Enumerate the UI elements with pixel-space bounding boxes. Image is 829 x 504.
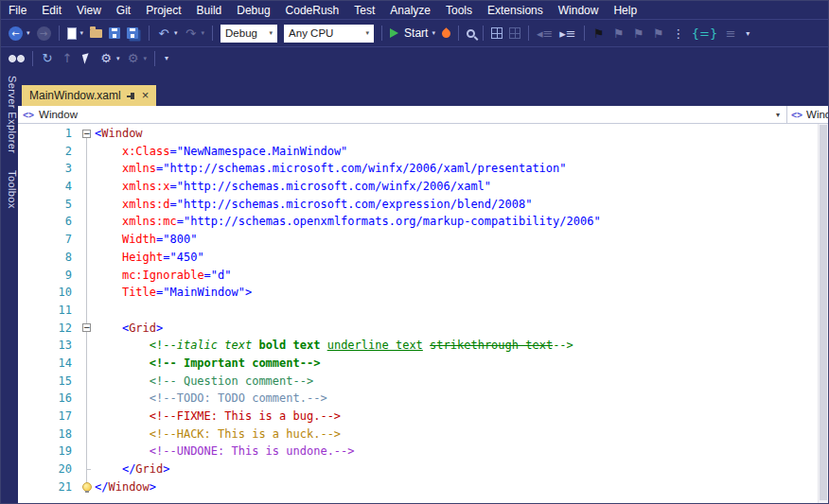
member-dropdown[interactable]: <> Window <box>786 106 828 123</box>
code-line-10[interactable]: 10 Title="MainWindow"> <box>18 284 828 302</box>
coderush-settings-button[interactable]: ⚙▾ <box>97 49 123 67</box>
save-icon <box>109 27 120 39</box>
code-line-9[interactable]: 9 mc:Ignorable="d" <box>18 267 828 285</box>
solution-platform-combo[interactable]: Any CPU▾ <box>284 25 374 43</box>
menu-extensions[interactable]: Extensions <box>480 1 551 19</box>
chevron-down-icon[interactable]: ▾ <box>769 111 786 119</box>
code-line-21[interactable]: 21</Window> <box>18 478 828 496</box>
coderush-toolbar-options-button[interactable]: ▾ <box>160 49 173 67</box>
save-all-button[interactable] <box>124 26 144 41</box>
coderush-toolbar-options-icon: ▾ <box>163 51 170 65</box>
side-tab-server-explorer[interactable]: Server Explorer <box>1 74 18 153</box>
code-line-14[interactable]: 14 <!-- Important comment--> <box>18 355 828 373</box>
code-editor[interactable]: 1−<Window2 x:Class="NewNamespace.MainWin… <box>18 124 828 503</box>
navigate-up-button[interactable]: ↑ <box>58 49 77 67</box>
menu-help[interactable]: Help <box>606 1 644 19</box>
code-line-17[interactable]: 17 <!--FIXME: This is a bug.--> <box>18 408 828 426</box>
code-line-20[interactable]: 20 </Grid> <box>18 461 828 478</box>
menu-window[interactable]: Window <box>551 1 607 19</box>
cursor-mode-button[interactable] <box>78 52 96 65</box>
menu-analyze[interactable]: Analyze <box>382 1 438 19</box>
live-preview-icon <box>467 29 475 38</box>
navigate-backward-button[interactable]: ←▾ <box>6 25 33 43</box>
close-icon[interactable]: × <box>142 90 150 101</box>
menu-project[interactable]: Project <box>138 1 188 19</box>
code-line-11[interactable]: 11 <box>18 302 828 320</box>
scrollbar-thumb[interactable] <box>820 125 827 500</box>
code-line-15[interactable]: 15 <!-- Question comment--> <box>18 373 828 391</box>
tab-mainwindow-xaml[interactable]: MainWindow.xaml × <box>22 85 156 106</box>
coderush-visualize-button[interactable] <box>6 53 27 64</box>
increase-indent-button[interactable]: ▸≡ <box>556 25 578 43</box>
code-line-5[interactable]: 5 xmlns:d="http://schemas.microsoft.com/… <box>18 196 828 214</box>
solution-explorer-button[interactable] <box>488 26 505 41</box>
tab-label: MainWindow.xaml <box>29 89 121 102</box>
undo-button[interactable]: ↶▾ <box>154 25 181 43</box>
refresh-button[interactable]: ↻ <box>38 49 57 67</box>
collapse-icon[interactable]: − <box>82 323 91 332</box>
vertical-scrollbar[interactable] <box>818 124 828 503</box>
navigate-forward-button[interactable]: → <box>34 25 54 43</box>
menu-test[interactable]: Test <box>346 1 382 19</box>
code-line-19[interactable]: 19 <!--UNDONE: This is undone.--> <box>18 443 828 461</box>
format-document-button[interactable]: {=} <box>689 25 720 43</box>
pin-icon[interactable] <box>127 91 136 100</box>
standard-toolbar-options-button[interactable]: ▾ <box>741 25 754 43</box>
save-button[interactable] <box>106 26 123 41</box>
code-line-8[interactable]: 8 Height="450" <box>18 249 828 267</box>
outlining-margin <box>79 178 95 196</box>
code-text: <!--HACK: This is a huck.--> <box>95 426 341 443</box>
code-line-3[interactable]: 3 xmlns="http://schemas.microsoft.com/wi… <box>18 160 828 178</box>
code-line-1[interactable]: 1−<Window <box>18 125 828 143</box>
solution-explorer-icon <box>491 27 503 39</box>
lightbulb-icon[interactable] <box>82 482 92 492</box>
menu-debug[interactable]: Debug <box>229 1 277 19</box>
solution-configuration-combo[interactable]: Debug▾ <box>220 25 277 43</box>
previous-bookmark-button[interactable]: ⚑ <box>609 25 628 43</box>
toolbar-separator <box>528 26 529 41</box>
outlining-margin <box>79 160 95 178</box>
menu-tools[interactable]: Tools <box>438 1 480 19</box>
code-line-6[interactable]: 6 xmlns:mc="http://schemas.openxmlformat… <box>18 213 828 231</box>
chevron-down-icon: ▾ <box>80 29 84 37</box>
menu-coderush[interactable]: CodeRush <box>278 1 347 19</box>
side-tab-toolbox[interactable]: Toolbox <box>1 168 18 209</box>
collapse-icon[interactable]: − <box>82 130 91 138</box>
menu-git[interactable]: Git <box>109 1 138 19</box>
solution-platform-combo-value: Any CPU <box>289 27 333 39</box>
menu-file[interactable]: File <box>1 1 34 19</box>
code-cleanup-button[interactable]: ⚙▾ <box>124 49 150 67</box>
menu-edit[interactable]: Edit <box>34 1 69 19</box>
next-bookmark-icon: ⚑ <box>632 26 645 41</box>
code-line-12[interactable]: 12− <Grid> <box>18 320 828 338</box>
clear-bookmarks-button[interactable]: ⚑ <box>649 25 668 43</box>
comment-selection-button[interactable]: ≡ <box>721 25 740 43</box>
code-line-2[interactable]: 2 x:Class="NewNamespace.MainWindow" <box>18 143 828 161</box>
outlining-margin <box>79 478 95 496</box>
element-dropdown[interactable]: <> Window <box>18 109 769 120</box>
xml-tag-icon: <> <box>791 110 803 120</box>
start-debugging-button[interactable]: Start▾ <box>387 25 438 42</box>
outlining-margin <box>79 390 95 408</box>
line-number: 4 <box>18 178 79 196</box>
hot-reload-button[interactable] <box>439 27 453 40</box>
outlining-margin <box>79 143 95 161</box>
toggle-bookmark-button[interactable]: ⚑ <box>590 25 609 43</box>
properties-window-button[interactable] <box>506 26 523 41</box>
live-preview-button[interactable] <box>464 27 478 40</box>
toolbar-overflow-button[interactable]: ⋮ <box>669 25 688 43</box>
code-line-13[interactable]: 13 <!--italic text bold text underline t… <box>18 337 828 355</box>
menu-build[interactable]: Build <box>189 1 230 19</box>
code-line-16[interactable]: 16 <!--TODO: TODO comment.--> <box>18 390 828 408</box>
redo-button[interactable]: ↷▾ <box>182 25 208 43</box>
code-lines: 1−<Window2 x:Class="NewNamespace.MainWin… <box>18 124 828 495</box>
outlining-margin <box>79 249 95 267</box>
next-bookmark-button[interactable]: ⚑ <box>629 25 648 43</box>
code-line-18[interactable]: 18 <!--HACK: This is a huck.--> <box>18 426 828 443</box>
menu-view[interactable]: View <box>69 1 109 19</box>
code-line-7[interactable]: 7 Width="800" <box>18 231 828 249</box>
decrease-indent-button[interactable]: ◂≡ <box>534 25 556 43</box>
open-file-button[interactable] <box>87 27 105 40</box>
code-line-4[interactable]: 4 xmlns:x="http://schemas.microsoft.com/… <box>18 178 828 196</box>
new-file-button[interactable]: ▾ <box>64 26 87 42</box>
